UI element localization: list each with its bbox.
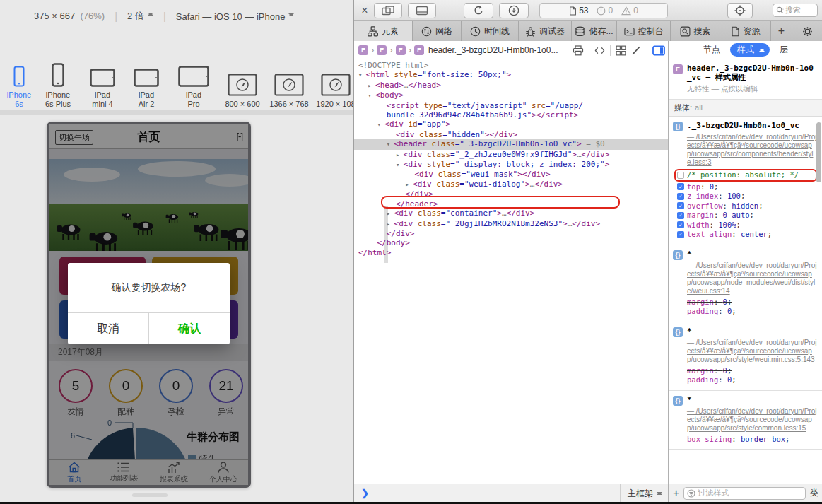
breadcrumb-selected-node[interactable]: header._3-bzgcD2U-Hmb0n-1o0...: [428, 45, 558, 55]
dialog-cancel-button[interactable]: 取消: [68, 313, 149, 344]
dom-tree-row[interactable]: ▸ <div class="container">…</div>: [354, 209, 668, 218]
app-tab-个人中心[interactable]: 个人中心: [199, 460, 248, 485]
css-property[interactable]: top: 0;: [677, 182, 817, 192]
stepper-icon[interactable]: [758, 45, 765, 55]
close-icon[interactable]: [358, 3, 371, 18]
new-tab-button[interactable]: [771, 21, 792, 41]
rule-selector[interactable]: header._3-bzgcD2U-Hmb0n-1o0_vc — 样式属性: [687, 64, 817, 82]
dom-tree-row[interactable]: ▸ <div class="_2_zhJzeu0e0W9rx9fIHGJd">……: [354, 150, 668, 160]
filter-styles-input[interactable]: 过滤样式: [683, 487, 806, 500]
tab-layers[interactable]: 层: [780, 44, 788, 56]
paint-flashing-icon[interactable]: [631, 45, 642, 56]
inspector-tab-时间线[interactable]: 时间线: [462, 21, 519, 41]
css-property[interactable]: z-index: 100;: [677, 192, 817, 201]
show-source-icon[interactable]: [594, 46, 605, 55]
device-item[interactable]: iPhone 6s Plus: [35, 63, 81, 109]
dom-tree-row[interactable]: </html>: [354, 248, 668, 257]
add-rule-icon[interactable]: [673, 487, 679, 500]
exit-fullscreen-button[interactable]: [-]: [236, 131, 242, 141]
device-item[interactable]: 1366 × 768: [266, 74, 312, 109]
rule-selector[interactable]: *: [687, 327, 692, 337]
dom-tree-row[interactable]: ▸ <head>…</head>: [354, 81, 668, 90]
css-property[interactable]: margin: 0 auto;: [677, 211, 817, 221]
frame-picker[interactable]: 主框架: [620, 484, 662, 503]
device-item[interactable]: 1920 × 108: [312, 74, 353, 109]
dom-tree-row[interactable]: <div class="weui-mask"></div>: [354, 170, 668, 179]
reload-button[interactable]: [464, 3, 493, 18]
scale-select[interactable]: 2 倍: [127, 9, 153, 23]
activity-viewer[interactable]: 53 0 0: [539, 3, 668, 18]
rule-source-link[interactable]: — /Users/crifan/dev/dev_root/daryun/Proj…: [687, 133, 817, 167]
tab-node[interactable]: 节点: [703, 44, 720, 56]
user-agent-select[interactable]: Safari — iOS 10 — iPhone: [176, 10, 295, 22]
stepper-icon[interactable]: [147, 9, 153, 19]
device-item[interactable]: iPad Air 2: [124, 69, 168, 109]
device-item[interactable]: iPhone 6s: [3, 66, 35, 109]
dom-tree-row[interactable]: <div class="hidden"></div>: [354, 130, 668, 139]
inspector-tab-网络[interactable]: 网络: [413, 21, 462, 41]
device-item[interactable]: iPad mini 4: [81, 69, 124, 109]
app-tab-报表系统[interactable]: 报表系统: [149, 460, 199, 485]
dom-tree-row[interactable]: ▾ <div style=" display: block; z-index: …: [354, 160, 668, 170]
dom-tree-row[interactable]: </body>: [354, 238, 668, 247]
css-property[interactable]: margin: 0;: [687, 298, 817, 307]
css-property[interactable]: box-sizing: border-box;: [687, 435, 817, 445]
device-item[interactable]: iPad Pro: [168, 66, 219, 109]
element-picker-button[interactable]: [727, 3, 753, 18]
settings-tab-button[interactable]: [792, 21, 822, 41]
class-toggle-button[interactable]: 类: [810, 487, 818, 499]
dom-tree-row[interactable]: </div>: [354, 229, 668, 238]
dom-tree-row[interactable]: <!DOCTYPE html>: [354, 61, 668, 70]
css-property[interactable]: padding: 0;: [687, 307, 817, 317]
rule-source-link[interactable]: — /Users/crifan/dev/dev_root/daryun/Proj…: [687, 339, 817, 364]
stepper-icon[interactable]: [656, 488, 662, 498]
inspector-tab-资源[interactable]: 资源: [720, 21, 771, 41]
dom-tree-row[interactable]: ▸ <div class="_2UgjIHZbMRO2N1Bm32eNS3">……: [354, 219, 668, 229]
inspector-tab-控制台[interactable]: 控制台: [617, 21, 671, 41]
dom-tree-row[interactable]: ▾ <body>: [354, 90, 668, 100]
rule-source-link[interactable]: — /Users/crifan/dev/dev_root/daryun/Proj…: [687, 407, 817, 433]
device-settings-icon[interactable]: [652, 45, 665, 56]
css-property[interactable]: text-align: center;: [677, 230, 817, 240]
inspector-tab-元素[interactable]: 元素: [354, 21, 413, 41]
css-property[interactable]: /* position: absolute; */: [674, 169, 817, 182]
breadcrumb-element-icon[interactable]: E: [396, 45, 406, 55]
dock-bottom-button[interactable]: [408, 3, 436, 18]
dom-tree-row[interactable]: <script type="text/javascript" src="/uap…: [354, 101, 668, 110]
rule-source-link[interactable]: — /Users/crifan/dev/dev_root/daryun/Proj…: [687, 262, 817, 295]
quick-console-icon[interactable]: [361, 488, 369, 498]
print-styles-icon[interactable]: [573, 45, 584, 56]
sidebar-scrollbar-thumb[interactable]: [816, 122, 821, 182]
stepper-icon[interactable]: [288, 10, 294, 20]
dom-tree-row[interactable]: ▾ <div id="app">: [354, 119, 668, 129]
rule-selector[interactable]: ._3-bzgcD2U-Hmb0n-1o0_vc: [687, 121, 799, 131]
device-item[interactable]: 800 × 600: [219, 74, 266, 109]
breadcrumb-element-icon[interactable]: E: [414, 45, 424, 55]
global-search-input[interactable]: 搜索: [773, 4, 818, 17]
download-button[interactable]: [499, 3, 529, 18]
rule-selector[interactable]: *: [687, 395, 692, 406]
dock-side-button[interactable]: [374, 3, 402, 18]
app-tab-功能列表[interactable]: 功能列表: [99, 460, 148, 485]
dom-tree-row[interactable]: ▸ <div class="weui-dialog">…</div>: [354, 180, 668, 189]
inspector-tab-搜索[interactable]: 搜索: [671, 21, 720, 41]
dom-tree-row[interactable]: </header>: [354, 199, 668, 209]
inspector-tab-储存...[interactable]: 储存...: [572, 21, 617, 41]
css-property[interactable]: width: 100%;: [677, 221, 817, 230]
breadcrumb-element-icon[interactable]: E: [358, 45, 368, 55]
breadcrumb-element-icon[interactable]: E: [377, 45, 387, 55]
rule-selector[interactable]: *: [687, 250, 692, 260]
css-property[interactable]: overflow: hidden;: [677, 201, 817, 211]
css-property[interactable]: margin: 0;: [687, 366, 817, 376]
box-model-icon[interactable]: [616, 45, 626, 56]
dom-tree-row[interactable]: ▾ <html style="font-size: 50px;">: [354, 70, 668, 80]
inspector-tab-调试器[interactable]: 调试器: [519, 21, 572, 41]
dialog-confirm-button[interactable]: 确认: [149, 313, 230, 344]
tab-styles[interactable]: 样式: [730, 43, 770, 57]
empty-rule-hint[interactable]: 无特性 — 点按以编辑: [687, 84, 817, 94]
dom-tree-row[interactable]: ▾ <header class="_3-bzgcD2U-Hmb0n-1o0_vc…: [354, 139, 668, 149]
dom-tree-row[interactable]: </div>: [354, 189, 668, 199]
app-tab-首页[interactable]: 首页: [49, 460, 99, 485]
css-property[interactable]: padding: 0;: [687, 375, 817, 385]
dom-tree-row[interactable]: bundle_32d96d94c784b4fba6b9.js"></script…: [354, 110, 668, 119]
